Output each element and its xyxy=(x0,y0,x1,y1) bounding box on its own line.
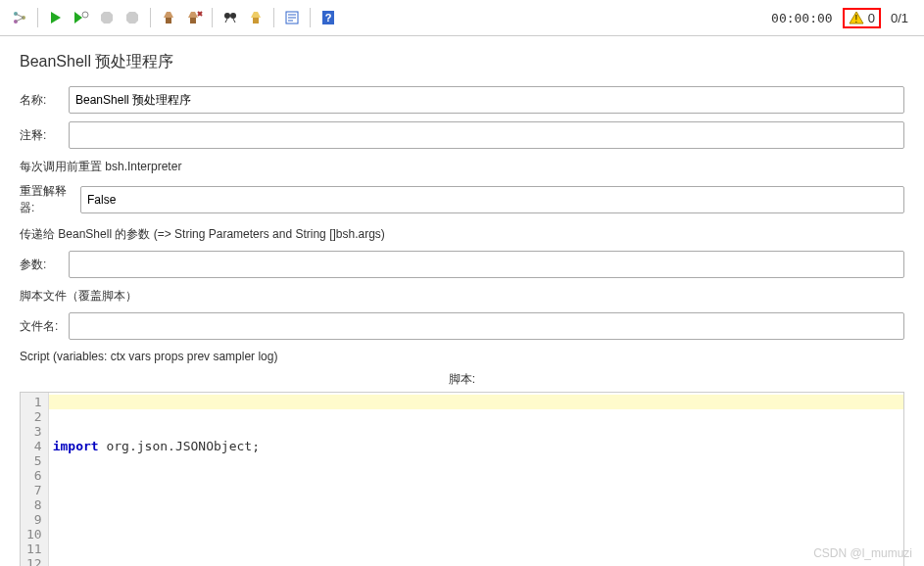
svg-rect-8 xyxy=(253,18,259,24)
svg-rect-4 xyxy=(166,18,171,24)
config-panel: BeanShell 预处理程序 名称: 注释: 每次调用前重置 bsh.Inte… xyxy=(0,36,924,566)
stop-button[interactable] xyxy=(95,6,119,29)
svg-point-3 xyxy=(82,12,88,18)
reset-input[interactable] xyxy=(80,186,904,213)
svg-text:!: ! xyxy=(854,14,857,24)
current-line-highlight xyxy=(49,395,903,409)
function-helper-button[interactable] xyxy=(280,6,304,29)
toolbar-separator xyxy=(212,8,213,27)
params-input[interactable] xyxy=(69,251,904,278)
script-editor[interactable]: 1234567891011121314 import org.json.JSON… xyxy=(20,392,904,566)
name-label: 名称: xyxy=(20,92,69,109)
toolbar-separator xyxy=(150,8,151,27)
warning-indicator[interactable]: ! 0 xyxy=(843,8,881,28)
warning-count: 0 xyxy=(868,11,875,25)
svg-text:?: ? xyxy=(325,12,332,24)
tree-icon[interactable] xyxy=(8,6,31,29)
comment-label: 注释: xyxy=(20,127,69,144)
filename-label: 文件名: xyxy=(20,318,69,335)
main-toolbar: ? 00:00:00 ! 0 0/1 xyxy=(0,0,924,36)
line-gutter: 1234567891011121314 xyxy=(21,393,49,566)
search-button[interactable] xyxy=(219,6,242,29)
clear-button[interactable] xyxy=(157,6,180,29)
params-label: 参数: xyxy=(20,257,69,273)
thread-count: 0/1 xyxy=(883,11,916,25)
search-reset-button[interactable] xyxy=(244,6,267,29)
panel-title: BeanShell 预处理程序 xyxy=(20,46,904,86)
toolbar-separator xyxy=(37,8,38,27)
svg-rect-5 xyxy=(190,18,196,24)
svg-point-6 xyxy=(224,13,230,19)
start-button[interactable] xyxy=(44,6,68,29)
params-section-label: 传递给 BeanShell 的参数 (=> String Parameters … xyxy=(20,226,904,243)
toolbar-separator xyxy=(310,8,311,27)
code-area[interactable]: import org.json.JSONObject; // 获取 HTTP 请… xyxy=(49,393,903,566)
toolbar-separator xyxy=(273,8,274,27)
file-section-label: 脚本文件（覆盖脚本） xyxy=(20,288,904,305)
svg-point-7 xyxy=(230,13,236,19)
script-header: 脚本: xyxy=(20,371,904,388)
warning-icon: ! xyxy=(849,11,864,24)
filename-input[interactable] xyxy=(69,312,904,340)
shutdown-button[interactable] xyxy=(121,6,144,29)
name-input[interactable] xyxy=(69,86,904,114)
comment-input[interactable] xyxy=(69,121,904,149)
elapsed-timer: 00:00:00 xyxy=(763,11,841,25)
clear-all-button[interactable] xyxy=(182,6,206,29)
reset-section-label: 每次调用前重置 bsh.Interpreter xyxy=(20,159,904,175)
watermark: CSDN @l_mumuzi xyxy=(813,546,912,560)
start-no-timers-button[interactable] xyxy=(70,6,93,29)
reset-label: 重置解释器: xyxy=(20,183,80,216)
script-section-label: Script (variables: ctx vars props prev s… xyxy=(20,350,904,363)
help-button[interactable]: ? xyxy=(316,6,340,29)
